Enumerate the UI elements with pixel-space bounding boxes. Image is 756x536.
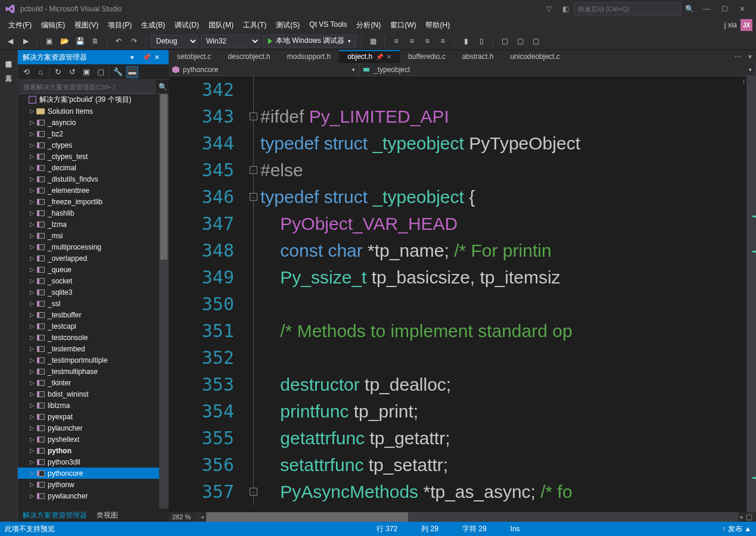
file-tab-descrobject-h[interactable]: descrobject.h — [219, 50, 278, 63]
hscroll-right-icon[interactable]: ▸ — [741, 514, 743, 520]
menu-工具[interactable]: 工具(T) — [238, 18, 271, 32]
tree-item-testembed[interactable]: ▷_testembed — [18, 343, 169, 354]
tree-item-queue[interactable]: ▷_queue — [18, 264, 169, 275]
tree-item-python3dll[interactable]: ▷python3dll — [18, 456, 169, 468]
rail-server-explorer[interactable]: 服务器资源管理器 — [3, 52, 14, 60]
publish-button[interactable]: ↑ 发布 ▲ — [722, 524, 751, 534]
tree-item-pythonw[interactable]: ▷pythonw — [18, 479, 169, 490]
tab-overflow-button[interactable]: ⋯ — [732, 52, 744, 61]
tree-item-pyshellext[interactable]: ▷pyshellext — [18, 434, 169, 445]
comment-button[interactable]: ≡ — [421, 35, 434, 48]
open-file-button[interactable]: 📂 — [58, 35, 71, 48]
uncomment-button[interactable]: ≡ — [436, 35, 449, 48]
properties-button[interactable]: 🔧 — [112, 66, 124, 78]
toolbar-btn-5[interactable]: ▢ — [529, 35, 542, 48]
panel-menu-icon[interactable]: ▾ — [130, 54, 140, 61]
tree-item-ctypes[interactable]: ▷_ctypes — [18, 139, 169, 151]
user-avatar[interactable]: JX — [741, 19, 752, 31]
zoom-level[interactable]: 282 % — [169, 513, 198, 521]
tree-scrollbar[interactable] — [159, 94, 169, 509]
menu-分析[interactable]: 分析(N) — [351, 18, 385, 32]
preview-button[interactable]: ▬ — [126, 66, 138, 78]
tree-item-elementtree[interactable]: ▷_elementtree — [18, 185, 169, 196]
search-icon[interactable]: 🔍 — [157, 83, 169, 91]
nav-back-button[interactable]: ◀ — [4, 35, 17, 48]
sync-button[interactable]: ↻ — [52, 66, 64, 78]
tree-item-pyexpat[interactable]: ▷pyexpat — [18, 411, 169, 422]
panel-pin-icon[interactable]: 📌 — [142, 54, 152, 61]
toolbar-btn-4[interactable]: ▢ — [514, 35, 527, 48]
home-icon[interactable]: ⌂ — [35, 66, 46, 78]
tree-item-ctypestest[interactable]: ▷_ctypes_test — [18, 151, 169, 162]
tree-item-SolutionItems[interactable]: ▷Solution Items — [18, 105, 169, 117]
tree-item-hashlib[interactable]: ▷_hashlib — [18, 207, 169, 219]
indent-more-button[interactable]: ≡ — [405, 35, 418, 48]
menu-文件[interactable]: 文件(F) — [4, 18, 36, 32]
menu-编辑[interactable]: 编辑(E) — [36, 18, 70, 32]
start-debug-button[interactable]: 本地 Windows 调试器 ▾ — [263, 35, 356, 48]
show-all-button[interactable]: ▢ — [95, 66, 107, 78]
menu-窗口[interactable]: 窗口(W) — [385, 18, 421, 32]
minimize-button[interactable]: — — [698, 1, 715, 17]
file-tab-abstract-h[interactable]: abstract.h — [454, 50, 502, 63]
nav-member-combo[interactable]: _typeobject▾ — [359, 63, 756, 76]
tree-item-pylauncher[interactable]: ▷pylauncher — [18, 422, 169, 434]
save-all-button[interactable]: 🗎 — [89, 35, 102, 48]
toolbar-btn-3[interactable]: ▢ — [498, 35, 511, 48]
solution-search-input[interactable] — [19, 80, 155, 94]
tree-item-bz2[interactable]: ▷_bz2 — [18, 128, 169, 139]
save-button[interactable]: 💾 — [73, 35, 86, 48]
tree-item-liblzma[interactable]: ▷liblzma — [18, 400, 169, 411]
tree-item-decimal[interactable]: ▷_decimal — [18, 162, 169, 173]
tree-item-testmultiphase[interactable]: ▷_testmultiphase — [18, 366, 169, 377]
tree-item-multiprocessing[interactable]: ▷_multiprocessing — [18, 241, 169, 253]
tree-item-socket[interactable]: ▷_socket — [18, 275, 169, 286]
file-tab-bufferedio-c[interactable]: bufferedio.c — [400, 50, 454, 63]
user-name[interactable]: j xia — [724, 21, 737, 29]
tree-item-pywlauncher[interactable]: ▷pywlauncher — [18, 490, 169, 501]
tab-dropdown-button[interactable]: ▾ — [744, 52, 756, 61]
refresh-button[interactable]: ↺ — [66, 66, 78, 78]
new-project-button[interactable]: ▣ — [42, 35, 55, 48]
tree-item-testconsole[interactable]: ▷_testconsole — [18, 332, 169, 343]
toolbar-btn-2[interactable]: ▯ — [475, 35, 488, 48]
menu-Qt VS Tools[interactable]: Qt VS Tools — [304, 18, 351, 32]
tree-item-bdistwininst[interactable]: ▷bdist_wininst — [18, 388, 169, 400]
tree-item-freezeimportlib[interactable]: ▷_freeze_importlib — [18, 196, 169, 207]
search-icon[interactable]: 🔍 — [682, 2, 696, 16]
tree-item-distutilsfindvs[interactable]: ▷_distutils_findvs — [18, 173, 169, 185]
menu-视图[interactable]: 视图(V) — [70, 18, 103, 32]
hscroll-left-icon[interactable]: ◂ — [201, 514, 204, 520]
redo-button[interactable]: ↷ — [127, 35, 141, 48]
rail-toolbox[interactable]: 工具箱 — [3, 67, 14, 74]
home-button[interactable]: ⟲ — [20, 66, 32, 78]
code-editor[interactable]: ↕ 34234334434534634734834935035135235335… — [169, 76, 756, 512]
panel-close-icon[interactable]: ✕ — [154, 54, 164, 61]
tree-item-ssl[interactable]: ▷_ssl — [18, 298, 169, 309]
maximize-button[interactable]: ☐ — [715, 1, 733, 17]
tree-item-overlapped[interactable]: ▷_overlapped — [18, 253, 169, 264]
tab-solution-explorer[interactable]: 解决方案资源管理器 — [18, 509, 92, 522]
tree-item-pcbuild39[interactable]: 解决方案'pcbuild' (39 个项目) — [18, 94, 169, 105]
nav-scope-combo[interactable]: pythoncore▾ — [169, 63, 359, 76]
nav-fwd-button[interactable]: ▶ — [19, 35, 32, 48]
editor-hscrollbar[interactable] — [206, 512, 738, 522]
menu-生成[interactable]: 生成(B) — [136, 18, 170, 32]
tree-item-msi[interactable]: ▷_msi — [18, 230, 169, 241]
config-select[interactable]: Debug — [151, 35, 198, 48]
tree-item-testimportmultiple[interactable]: ▷_testimportmultiple — [18, 354, 169, 366]
tree-item-testbuffer[interactable]: ▷_testbuffer — [18, 309, 169, 320]
tree-item-tkinter[interactable]: ▷_tkinter — [18, 377, 169, 388]
menu-帮助[interactable]: 帮助(H) — [421, 18, 455, 32]
feedback-icon[interactable]: ◧ — [558, 2, 573, 16]
tree-item-python[interactable]: ▷python — [18, 445, 169, 456]
menu-调试[interactable]: 调试(D) — [170, 18, 204, 32]
file-tab-object-h[interactable]: object.h📌✕ — [339, 50, 400, 63]
indent-less-button[interactable]: ≡ — [390, 35, 403, 48]
tree-item-testcapi[interactable]: ▷_testcapi — [18, 320, 169, 332]
file-tab-modsupport-h[interactable]: modsupport.h — [279, 50, 339, 63]
tree-item-asyncio[interactable]: ▷_asyncio — [18, 117, 169, 128]
notifications-icon[interactable]: ▽ — [542, 2, 556, 16]
tree-item-pythoncore[interactable]: ▷pythoncore — [18, 468, 169, 479]
split-button[interactable]: ▢ — [746, 513, 752, 521]
